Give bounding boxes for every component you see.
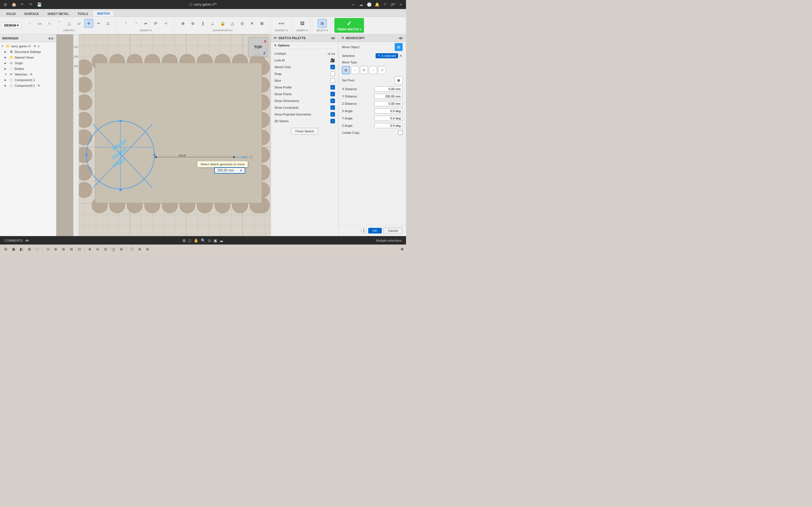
rect-tool[interactable]: ▭ (35, 19, 44, 28)
concentric-tool[interactable]: ◎ (238, 19, 247, 28)
offset-tool[interactable]: ⊏ (104, 19, 113, 28)
sketch-palette-controls[interactable]: ◀▶ (331, 36, 336, 40)
circle-tool[interactable]: ○ (45, 19, 54, 28)
cancel-button[interactable]: Cancel (384, 228, 403, 234)
bottom-btn-8[interactable]: ⊗ (60, 246, 67, 252)
move-copy-header[interactable]: ✛ MOVE/COPY ◀▶ (339, 34, 406, 42)
line-tool[interactable]: ⟋ (25, 19, 34, 28)
pan-btn[interactable]: ✋ (194, 238, 199, 243)
settings-icon[interactable]: ⚙ (401, 247, 404, 251)
bottom-btn-2[interactable]: ▣ (10, 246, 17, 252)
environment-btn[interactable]: ☁ (219, 238, 223, 243)
sketch-palette-header[interactable]: ✏ SKETCH PALETTE ◀▶ (271, 34, 338, 42)
visual-style-btn[interactable]: ▣ (213, 238, 217, 243)
palette-row-sketch-grid[interactable]: Sketch Grid ✓ (271, 64, 338, 70)
help-button[interactable]: ? (382, 1, 388, 8)
finish-sketch-panel-button[interactable]: Finish Sketch (291, 128, 318, 135)
modify-label[interactable]: MODIFY ▾ (140, 29, 152, 32)
linetype-prev-icon[interactable]: ◀ (327, 51, 330, 56)
app-menu-button[interactable]: ⊞ (2, 1, 8, 8)
bottom-btn-10[interactable]: ⊡ (76, 246, 83, 252)
tree-item-origin[interactable]: ▶ ⊕ Origin (0, 60, 56, 66)
bottom-btn-3[interactable]: ◧ (18, 246, 25, 252)
bottom-btn-18[interactable]: ⊗ (144, 246, 151, 252)
create-copy-checkbox[interactable] (398, 130, 403, 135)
set-pivot-btn[interactable]: ⊕ (395, 76, 403, 84)
create-label[interactable]: CREATE ▾ (63, 29, 75, 32)
tab-solid[interactable]: SOLID (2, 11, 20, 17)
3d-sketch-checkbox[interactable]: ✓ (331, 119, 335, 123)
linetype-next-icon[interactable]: ▭ (331, 51, 335, 56)
zoom-btn[interactable]: 🔍 (201, 238, 206, 243)
mirror-tool[interactable]: ⇌ (141, 19, 150, 28)
move-copy-controls[interactable]: ◀▶ (398, 36, 403, 40)
tree-item-component1[interactable]: ▶ ◻ Component1:1 (0, 77, 56, 83)
insert-image-tool[interactable]: 🖼 (298, 19, 307, 28)
select-tool[interactable]: ⊞ (318, 19, 327, 28)
show-profile-checkbox[interactable]: ✓ (331, 85, 335, 90)
z-angle-input[interactable] (374, 123, 403, 128)
circular-pattern-tool[interactable]: ⟳ (151, 19, 160, 28)
select-label[interactable]: SELECT ▾ (316, 29, 328, 32)
show-constraints-checkbox[interactable]: ✓ (331, 105, 335, 110)
bell-button[interactable]: 🔔 (374, 1, 380, 8)
inspect-label[interactable]: INSPECT ▾ (275, 29, 288, 32)
insert-label[interactable]: INSERT ▾ (297, 29, 308, 32)
options-section-header[interactable]: ▼ Options (271, 42, 338, 49)
trim-tool[interactable]: ✂ (94, 19, 103, 28)
equal-tool[interactable]: △ (228, 19, 237, 28)
move-type-along-x[interactable]: → (351, 66, 359, 74)
add-tab-button[interactable]: + (350, 1, 356, 8)
measure-tool[interactable]: ⟺ (277, 19, 286, 28)
perpendicular-tool[interactable]: ⊥ (208, 19, 217, 28)
tree-item-root[interactable]: ▼ 📁 sorry game v7 👁 ℹ (0, 43, 56, 49)
y-angle-input[interactable] (374, 116, 403, 121)
bottom-btn-4[interactable]: ⊠ (26, 246, 33, 252)
parallel-tool[interactable]: ∥ (198, 19, 207, 28)
redo-button[interactable]: ↷ (28, 1, 34, 8)
bottom-btn-16[interactable]: ⬡ (128, 246, 135, 252)
canvas-area[interactable]: FINISH START! FINISH! 200.00 (56, 34, 271, 236)
cloud-button[interactable]: ☁ (358, 1, 364, 8)
lock-tool[interactable]: 🔒 (218, 19, 227, 28)
palette-row-look-at[interactable]: Look At 🎥 (271, 57, 338, 64)
move-tool[interactable]: ✛ (84, 19, 93, 28)
object-snap-btn[interactable]: ◻ (188, 238, 192, 243)
clear-selection-icon[interactable]: ✕ (399, 54, 403, 58)
palette-row-3d-sketch[interactable]: 3D Sketch ✓ (271, 118, 338, 124)
undo-button[interactable]: ↶ (19, 1, 26, 8)
bottom-btn-17[interactable]: ⊕ (136, 246, 143, 252)
browser-handle[interactable]: ◀▶ (48, 36, 54, 40)
bottom-btn-14[interactable]: ◫ (110, 246, 117, 252)
tree-item-doc-settings[interactable]: ▶ ⚙ Document Settings (0, 49, 56, 55)
slice-checkbox[interactable] (331, 78, 335, 83)
move-type-rotate[interactable]: ↻ (360, 66, 368, 74)
palette-row-snap[interactable]: Snap (271, 70, 338, 77)
bottom-btn-12[interactable]: ⊖ (94, 246, 101, 252)
show-points-checkbox[interactable]: ✓ (331, 92, 335, 96)
palette-row-slice[interactable]: Slice (271, 77, 338, 84)
bottom-btn-6[interactable]: ◷ (44, 246, 51, 252)
smooth-tool[interactable]: ✕ (248, 19, 257, 28)
clock-button[interactable]: 🕐 (366, 1, 372, 8)
symmetry-tool[interactable]: ⊠ (257, 19, 266, 28)
y-distance-input[interactable] (374, 94, 403, 99)
display-btn[interactable]: ⊙ (208, 238, 211, 243)
user-button[interactable]: JP (390, 1, 396, 8)
info-button[interactable]: ℹ (361, 228, 366, 233)
x-distance-input[interactable] (374, 87, 403, 92)
palette-row-show-constraints[interactable]: Show Constraints ✓ (271, 104, 338, 111)
tree-item-bodies[interactable]: ▶ ⬚ Bodies (0, 66, 56, 71)
bottom-btn-15[interactable]: ⊞ (118, 246, 124, 252)
bottom-btn-11[interactable]: ⊕ (86, 246, 93, 252)
collinear-tool[interactable]: ⊜ (188, 19, 197, 28)
arc-tool[interactable]: ⌒ (55, 19, 64, 28)
palette-row-show-dimensions[interactable]: Show Dimensions ✓ (271, 98, 338, 104)
snap-checkbox[interactable] (331, 71, 335, 76)
design-button[interactable]: DESIGN ▾ (1, 22, 22, 29)
look-at-icon[interactable]: 🎥 (330, 58, 335, 62)
move-type-free[interactable]: ⊞ (342, 66, 350, 74)
move-object-btn[interactable]: ⊞ (395, 43, 403, 51)
grid-btn[interactable]: ⊞ (183, 238, 186, 243)
sketch-grid-checkbox[interactable]: ✓ (331, 65, 335, 69)
